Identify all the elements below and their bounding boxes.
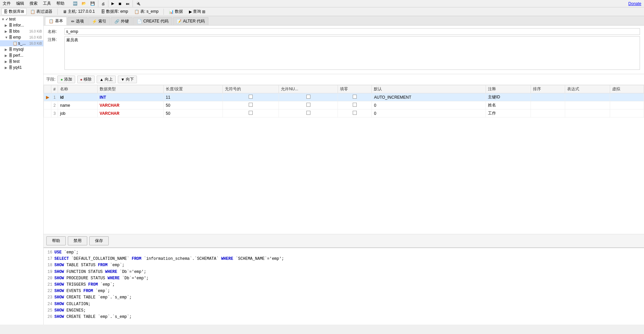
tab-options[interactable]: ✏ 选项 <box>67 17 88 25</box>
sidebar-item-test-root[interactable]: ▼ ✓ test <box>0 16 43 22</box>
row-expr[interactable] <box>565 101 610 109</box>
sql-token: `emp` <box>64 250 76 255</box>
col-allownull: 允许NU... <box>279 85 338 93</box>
row-unsigned[interactable] <box>223 101 279 109</box>
row-fillzero[interactable] <box>338 101 372 109</box>
row-fillzero[interactable] <box>338 93 372 101</box>
row-type[interactable]: INT <box>97 93 163 101</box>
sql-token: SHOW <box>54 282 66 287</box>
row-virtual[interactable] <box>610 101 644 109</box>
row-virtual[interactable] <box>610 93 644 101</box>
row-type[interactable]: VARCHAR <box>97 109 163 117</box>
tree-arrow-infor: ▶ <box>5 23 8 27</box>
menu-file[interactable]: 文件 <box>1 0 12 7</box>
row-expr[interactable] <box>565 109 610 117</box>
tree-size-s-emp: 16.0 KiB <box>29 42 42 45</box>
tree-arrow-emp: ▼ <box>5 36 8 39</box>
table-row[interactable]: ▶ 1 id INT 11 AUTO_INCREMENT 主键ID <box>44 93 644 101</box>
row-default[interactable]: 0 <box>372 101 486 109</box>
row-expr[interactable] <box>565 93 610 101</box>
row-length[interactable]: 11 <box>164 93 223 101</box>
help-button[interactable]: 帮助 <box>46 236 66 245</box>
menu-search[interactable]: 搜索 <box>28 0 39 7</box>
row-unsigned[interactable] <box>223 93 279 101</box>
menu-edit[interactable]: 编辑 <box>15 0 26 7</box>
row-default[interactable]: AUTO_INCREMENT <box>372 93 486 101</box>
table-row[interactable]: 2 name VARCHAR 50 0 姓名 <box>44 101 644 109</box>
toolbar2-tablename[interactable]: 📋 表: s_emp <box>132 8 161 15</box>
move-up-button[interactable]: ▲ 向上 <box>97 76 116 83</box>
connect-button[interactable]: 🔌 <box>134 0 142 7</box>
up-label: 向上 <box>105 77 113 82</box>
save-toolbar-button[interactable]: 💾 <box>89 0 97 7</box>
sidebar-item-mysql[interactable]: ▶ 🗄 mysql <box>0 46 43 52</box>
toolbar2-data-label: 数据 <box>175 9 183 14</box>
row-name[interactable]: name <box>58 101 98 109</box>
row-virtual[interactable] <box>610 109 644 117</box>
toolbar2-query[interactable]: ▶ 查询 ⊞ <box>187 8 208 15</box>
table-row[interactable]: 3 job VARCHAR 50 0 工作 <box>44 109 644 117</box>
save-button[interactable]: 保存 <box>89 236 109 245</box>
toolbar2-filter[interactable]: 📋 表过滤器 <box>28 8 55 15</box>
tree-label-test: test <box>9 17 42 21</box>
donate-link[interactable]: Donate <box>627 1 643 7</box>
sidebar-item-test2[interactable]: ▶ 🗄 test <box>0 58 43 64</box>
sidebar-item-s-emp[interactable]: 📋 s_... 16.0 KiB <box>0 40 43 46</box>
sidebar-item-perf[interactable]: ▶ 🗄 perf... <box>0 52 43 58</box>
tab-basic[interactable]: 📋 基本 <box>45 17 67 25</box>
sql-token: EVENTS <box>66 289 83 293</box>
step-button[interactable]: ⏭ <box>124 1 131 7</box>
db-icon: 🗄 <box>4 9 8 14</box>
add-field-button[interactable]: ● 添加 <box>57 76 75 83</box>
row-default[interactable]: 0 <box>372 109 486 117</box>
new-button[interactable]: 🆕 <box>71 0 79 7</box>
col-length: 长度/设置 <box>164 85 223 93</box>
tab-create-code[interactable]: 📄 CREATE 代码 <box>133 17 172 25</box>
toolbar2-data[interactable]: 📊 数据 <box>166 8 185 15</box>
row-sort[interactable] <box>531 101 565 109</box>
row-name[interactable]: id <box>58 93 98 101</box>
sidebar-item-emp[interactable]: ▼ 🗄 emp 16.0 KiB <box>0 34 43 40</box>
row-name[interactable]: job <box>58 109 98 117</box>
sidebar-item-yq41[interactable]: ▶ 🗄 yq41 <box>0 64 43 70</box>
name-input[interactable] <box>64 28 640 35</box>
row-length[interactable]: 50 <box>164 101 223 109</box>
sql-token: SHOW <box>54 276 66 281</box>
row-sort[interactable] <box>531 93 565 101</box>
open-button[interactable]: 📂 <box>80 0 88 7</box>
row-type[interactable]: VARCHAR <box>97 101 163 109</box>
sql-token: SHOW <box>54 308 66 313</box>
menu-tools[interactable]: 工具 <box>42 0 52 7</box>
tab-index[interactable]: ⚡ 索引 <box>88 17 110 25</box>
row-sort[interactable] <box>531 109 565 117</box>
tab-alter-label: ALTER 代码 <box>183 18 205 24</box>
toolbar2-db[interactable]: 🗄 数据库⊞ <box>1 8 27 15</box>
row-fillzero[interactable] <box>338 109 372 117</box>
stop-button[interactable]: ⏹ <box>116 1 123 7</box>
row-unsigned[interactable] <box>223 109 279 117</box>
tab-fk[interactable]: 🔗 外键 <box>111 17 133 25</box>
sidebar-item-bbs[interactable]: ▶ 🗄 bbs 16.0 KiB <box>0 28 43 34</box>
row-indicator: ▶ <box>44 93 51 101</box>
tree-arrow-test: ▼ <box>1 17 5 21</box>
toolbar2-dbname[interactable]: 🗄 数据库: emp <box>99 8 131 15</box>
print-button[interactable]: 🖨 <box>100 1 107 7</box>
row-length[interactable]: 50 <box>164 109 223 117</box>
row-allownull[interactable] <box>279 93 338 101</box>
toolbar2-host[interactable]: 🖥 主机: 127.0.0.1 <box>60 8 97 15</box>
sql-token: SHOW <box>54 315 66 319</box>
line-number: 25 <box>46 307 52 314</box>
disable-button[interactable]: 禁用 <box>68 236 87 245</box>
tab-alter-code[interactable]: 📝 ALTER 代码 <box>173 17 208 25</box>
remove-field-button[interactable]: ● 移除 <box>77 76 95 83</box>
sidebar-item-infor[interactable]: ▶ 🗄 infor... <box>0 22 43 28</box>
comment-textarea[interactable]: 雇员表 <box>64 36 640 70</box>
row-num: 3 <box>51 109 58 117</box>
run-button[interactable]: ▶ <box>110 0 116 7</box>
line-number: 16 <box>46 249 52 256</box>
down-label: 向下 <box>126 77 134 82</box>
row-allownull[interactable] <box>279 109 338 117</box>
menu-help[interactable]: 帮助 <box>55 0 66 7</box>
move-down-button[interactable]: ▼ 向下 <box>118 76 137 83</box>
row-allownull[interactable] <box>279 101 338 109</box>
